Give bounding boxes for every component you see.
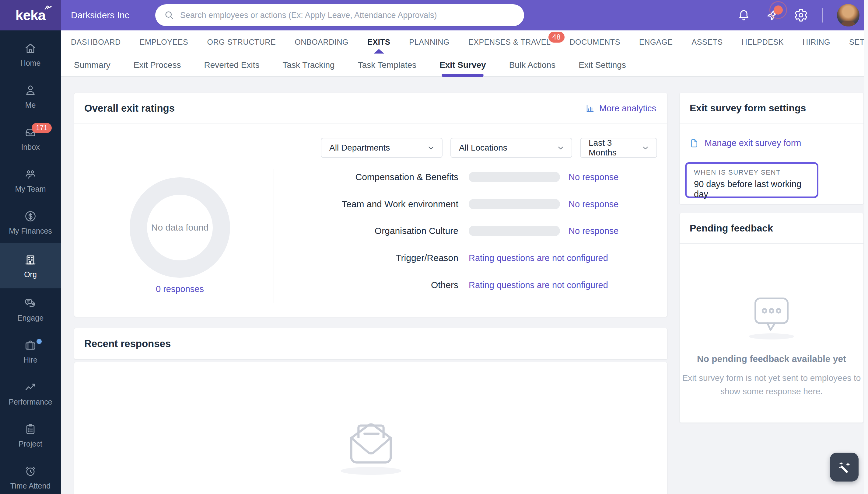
nav-exits[interactable]: EXITS	[367, 31, 390, 54]
alarm-icon	[24, 464, 37, 478]
empty-rating-bar	[469, 199, 560, 209]
nav-documents[interactable]: DOCUMENTS	[569, 31, 620, 54]
scrollbar-track[interactable]	[864, 0, 868, 494]
sidebar-item-inbox[interactable]: 171 Inbox	[0, 117, 61, 159]
bar-chart-icon	[585, 103, 595, 113]
topbar-divider	[823, 8, 823, 22]
sidebar-item-performance[interactable]: Performance	[0, 372, 61, 414]
briefcase-icon	[24, 339, 37, 352]
rating-row: Team and Work environment No response	[281, 198, 618, 210]
open-envelope-icon	[339, 414, 403, 472]
notifications-button[interactable]	[737, 8, 751, 22]
finances-icon	[24, 210, 37, 223]
tab-summary[interactable]: Summary	[74, 54, 110, 77]
no-response-link[interactable]: No response	[569, 172, 618, 182]
notification-dot	[774, 5, 783, 15]
main-nav: DASHBOARD EMPLOYEES ORG STRUCTURE ONBOAR…	[61, 31, 868, 54]
nav-onboarding[interactable]: ONBOARDING	[295, 31, 349, 54]
sidebar-item-me[interactable]: Me	[0, 75, 61, 117]
departments-dropdown[interactable]: All Departments	[321, 138, 443, 158]
whats-new-button[interactable]	[765, 8, 780, 22]
sidebar-item-org[interactable]: Org	[0, 243, 61, 288]
when-survey-sent-box: WHEN IS SURVEY SENT 90 days before last …	[685, 162, 818, 198]
overall-exit-ratings-card: Overall exit ratings More analytics All …	[74, 93, 667, 317]
sidebar-item-engage[interactable]: Engage	[0, 288, 61, 330]
nav-org-structure[interactable]: ORG STRUCTURE	[207, 31, 276, 54]
settings-card-title: Exit survey form settings	[690, 102, 806, 114]
tab-task-templates[interactable]: Task Templates	[358, 54, 416, 77]
tab-reverted-exits[interactable]: Reverted Exits	[204, 54, 259, 77]
bell-icon	[737, 8, 751, 22]
ratings-filters: All Departments All Locations Last 3 Mon…	[321, 138, 657, 158]
period-dropdown[interactable]: Last 3 Months	[580, 138, 657, 158]
sidebar-item-time-attend[interactable]: Time Attend	[0, 456, 61, 494]
nav-employees[interactable]: EMPLOYEES	[140, 31, 188, 54]
engage-icon	[24, 297, 37, 310]
when-survey-sent-value: 90 days before last working day	[694, 179, 810, 199]
global-search[interactable]	[155, 4, 524, 26]
sidebar-item-label: Project	[19, 440, 42, 449]
active-nav-indicator	[374, 49, 384, 54]
pending-feedback-header: Pending feedback	[680, 213, 864, 244]
nav-engage[interactable]: ENGAGE	[639, 31, 673, 54]
tab-exit-process[interactable]: Exit Process	[134, 54, 181, 77]
brand-wordmark: keka	[16, 7, 45, 23]
ai-assistant-button[interactable]	[830, 453, 858, 481]
sidebar-item-my-finances[interactable]: My Finances	[0, 202, 61, 243]
search-icon	[164, 10, 175, 21]
donut-empty-message: No data found	[151, 222, 208, 233]
recent-responses-title: Recent responses	[84, 338, 171, 349]
tab-task-tracking[interactable]: Task Tracking	[282, 54, 334, 77]
keka-logo[interactable]: keka	[0, 0, 61, 31]
empty-rating-bar	[469, 172, 560, 182]
nav-expenses-travel[interactable]: EXPENSES & TRAVEL48	[468, 31, 551, 54]
pending-feedback-title: Pending feedback	[690, 223, 773, 234]
sidebar-item-hire[interactable]: Hire	[0, 330, 61, 372]
configure-rating-link[interactable]: Rating questions are not configured	[469, 280, 608, 290]
no-response-link[interactable]: No response	[569, 199, 618, 209]
expenses-badge: 48	[549, 32, 565, 43]
ratings-vertical-divider	[274, 169, 274, 303]
ratings-card-header: Overall exit ratings More analytics	[74, 93, 667, 124]
sidebar-item-home[interactable]: Home	[0, 34, 61, 75]
home-icon	[24, 42, 37, 55]
recent-responses-header-card: Recent responses	[74, 328, 667, 360]
tab-exit-survey[interactable]: Exit Survey	[440, 54, 486, 77]
manage-exit-survey-form-link[interactable]: Manage exit survey form	[689, 138, 801, 148]
tab-bulk-actions[interactable]: Bulk Actions	[509, 54, 556, 77]
rating-row: Trigger/Reason Rating questions are not …	[281, 252, 608, 264]
header-nav: DASHBOARD EMPLOYEES ORG STRUCTURE ONBOAR…	[61, 31, 868, 77]
sidebar-item-project[interactable]: Project	[0, 414, 61, 456]
sidebar-item-my-team[interactable]: My Team	[0, 159, 61, 202]
nav-hiring[interactable]: HIRING	[802, 31, 830, 54]
nav-helpdesk[interactable]: HELPDESK	[742, 31, 784, 54]
nav-planning[interactable]: PLANNING	[409, 31, 449, 54]
exit-survey-page: keka Darksiders Inc	[0, 0, 868, 494]
ratings-card-title: Overall exit ratings	[84, 102, 175, 114]
speech-bubble-icon	[747, 291, 796, 337]
configure-rating-link[interactable]: Rating questions are not configured	[469, 253, 608, 263]
nav-assets[interactable]: ASSETS	[692, 31, 723, 54]
no-response-link[interactable]: No response	[569, 226, 618, 236]
pending-feedback-empty-state	[747, 291, 796, 340]
sidebar: Home Me 171 Inbox My Team	[0, 31, 61, 494]
active-tab-underline	[442, 74, 484, 77]
search-input[interactable]	[180, 11, 509, 20]
settings-button[interactable]	[794, 8, 808, 22]
locations-dropdown[interactable]: All Locations	[450, 138, 572, 158]
sidebar-item-label: Me	[25, 101, 36, 110]
avatar[interactable]	[837, 4, 860, 26]
magic-wand-icon	[836, 459, 852, 475]
more-analytics-link[interactable]: More analytics	[585, 93, 656, 124]
recent-responses-body-card	[74, 362, 667, 494]
exit-survey-settings-card: Exit survey form settings Manage exit su…	[679, 93, 864, 204]
ratings-donut-chart: No data found	[130, 177, 230, 278]
responses-count-link[interactable]: 0 responses	[130, 284, 230, 294]
settings-card-header: Exit survey form settings	[680, 93, 864, 124]
pending-feedback-card: Pending feedback No pending feedback ava…	[679, 213, 864, 423]
user-icon	[24, 84, 37, 97]
tab-exit-settings[interactable]: Exit Settings	[578, 54, 626, 77]
nav-dashboard[interactable]: DASHBOARD	[71, 31, 121, 54]
org-icon	[24, 253, 37, 266]
exits-subnav: Summary Exit Process Reverted Exits Task…	[61, 54, 868, 77]
